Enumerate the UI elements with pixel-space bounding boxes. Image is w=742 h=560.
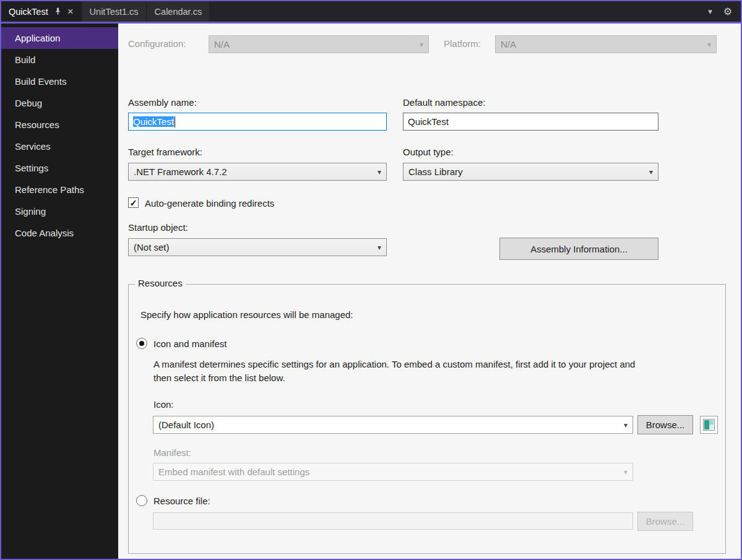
- chevron-down-icon: ▾: [377, 168, 381, 176]
- sidebar-item-debug[interactable]: Debug: [1, 92, 118, 114]
- sidebar-item-application[interactable]: Application: [1, 27, 118, 49]
- icon-and-manifest-radio[interactable]: [136, 338, 147, 349]
- text-caret: [175, 116, 175, 127]
- chevron-down-icon: ▾: [420, 40, 423, 49]
- tab-overflow-chevron-icon[interactable]: ▾: [708, 7, 712, 16]
- check-icon: ✓: [130, 199, 137, 207]
- icon-dropdown[interactable]: (Default Icon) ▾: [153, 416, 633, 434]
- icon-and-manifest-label: Icon and manifest: [153, 338, 226, 350]
- platform-dropdown: N/A ▾: [495, 35, 717, 53]
- target-framework-dropdown[interactable]: .NET Framework 4.7.2 ▾: [128, 163, 387, 181]
- manifest-dropdown: Embed manifest with default settings ▾: [153, 463, 633, 481]
- tab-label: Calendar.cs: [155, 7, 202, 17]
- assembly-information-button[interactable]: Assembly Information...: [499, 238, 658, 260]
- application-icon-preview: [700, 416, 718, 434]
- tab-quicktest[interactable]: QuickTest ×: [1, 1, 81, 22]
- chevron-down-icon: ▾: [624, 468, 628, 476]
- sidebar-item-build-events[interactable]: Build Events: [1, 71, 118, 92]
- assembly-name-label: Assembly name:: [128, 97, 197, 109]
- icon-label: Icon:: [153, 398, 174, 411]
- output-type-label: Output type:: [403, 146, 454, 158]
- manifest-value: Embed manifest with default settings: [158, 467, 309, 477]
- manifest-help-text: A manifest determines specific settings …: [153, 358, 636, 385]
- resource-file-input: [153, 512, 633, 530]
- sidebar-item-reference-paths[interactable]: Reference Paths: [1, 179, 118, 200]
- chevron-down-icon: ▾: [624, 421, 628, 429]
- output-type-dropdown[interactable]: Class Library ▾: [403, 163, 658, 181]
- sidebar-item-settings[interactable]: Settings: [1, 157, 118, 179]
- tab-unittest1[interactable]: UnitTest1.cs: [82, 1, 146, 22]
- tab-bar-actions: ▾ ⚙: [708, 1, 741, 22]
- application-page: Configuration: N/A ▾ Platform: N/A ▾ Ass…: [118, 24, 741, 559]
- resource-file-radio[interactable]: [136, 495, 147, 506]
- chevron-down-icon: ▾: [649, 168, 653, 176]
- configuration-dropdown: N/A ▾: [209, 35, 429, 53]
- target-framework-value: .NET Framework 4.7.2: [134, 166, 227, 177]
- auto-generate-label: Auto-generate binding redirects: [145, 197, 274, 210]
- chevron-down-icon: ▾: [707, 40, 711, 49]
- sidebar-item-resources[interactable]: Resources: [1, 114, 118, 136]
- startup-object-value: (Not set): [134, 242, 170, 252]
- platform-value: N/A: [501, 39, 516, 50]
- pin-icon[interactable]: [54, 7, 62, 15]
- sidebar-item-signing[interactable]: Signing: [1, 200, 118, 222]
- sidebar-item-build[interactable]: Build: [1, 49, 118, 71]
- icon-value: (Default Icon): [158, 420, 214, 430]
- target-framework-label: Target framework:: [128, 146, 202, 158]
- default-namespace-input[interactable]: [403, 113, 658, 131]
- tab-calendar[interactable]: Calendar.cs: [147, 1, 210, 22]
- startup-object-dropdown[interactable]: (Not set) ▾: [128, 238, 387, 256]
- assembly-name-input[interactable]: QuickTest: [128, 113, 387, 131]
- configuration-value: N/A: [214, 39, 230, 50]
- close-icon[interactable]: ×: [67, 6, 74, 17]
- manifest-label: Manifest:: [153, 447, 191, 459]
- auto-generate-checkbox[interactable]: ✓: [128, 197, 139, 208]
- startup-object-label: Startup object:: [128, 222, 188, 234]
- configuration-label: Configuration:: [128, 38, 186, 50]
- gear-icon[interactable]: ⚙: [723, 6, 732, 17]
- vs-project-properties-window: QuickTest × UnitTest1.cs Calendar.cs ▾ ⚙…: [0, 0, 742, 560]
- radio-dot: [139, 341, 144, 346]
- resource-file-label: Resource file:: [153, 495, 210, 507]
- icon-browse-button[interactable]: Browse...: [637, 415, 693, 434]
- resources-legend: Resources: [135, 278, 186, 288]
- assembly-name-selected-text: QuickTest: [133, 116, 174, 127]
- output-type-value: Class Library: [408, 166, 463, 177]
- chevron-down-icon: ▾: [377, 243, 381, 252]
- resources-description: Specify how application resources will b…: [140, 309, 353, 321]
- main-area: Application Build Build Events Debug Res…: [1, 24, 741, 559]
- resource-browse-button: Browse...: [637, 512, 693, 531]
- tab-label: UnitTest1.cs: [90, 7, 139, 17]
- default-app-icon: [703, 419, 715, 431]
- default-namespace-label: Default namespace:: [403, 97, 485, 109]
- project-properties-sidebar: Application Build Build Events Debug Res…: [1, 24, 118, 559]
- sidebar-item-services[interactable]: Services: [1, 136, 118, 157]
- document-tab-bar: QuickTest × UnitTest1.cs Calendar.cs ▾ ⚙: [1, 1, 741, 22]
- platform-label: Platform:: [444, 38, 481, 50]
- sidebar-item-code-analysis[interactable]: Code Analysis: [1, 222, 118, 244]
- tab-label: QuickTest: [9, 7, 48, 17]
